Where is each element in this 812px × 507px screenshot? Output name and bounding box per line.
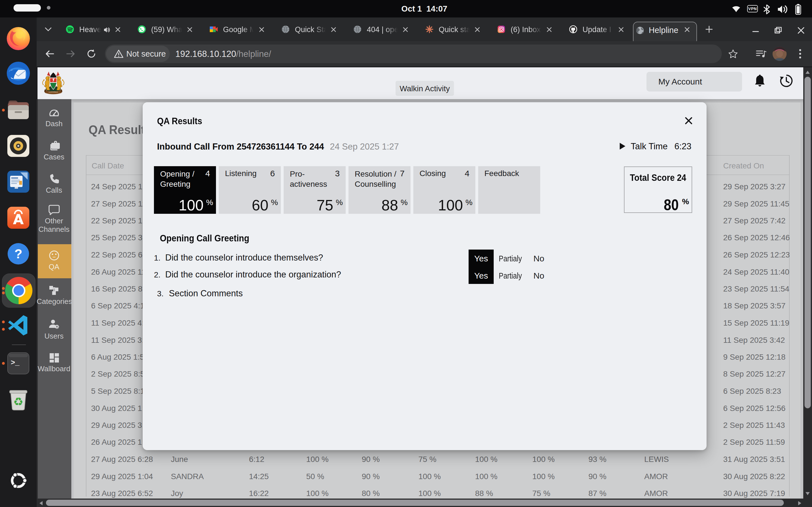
svg-text:>_: >_ [11,358,20,367]
svg-text:♻: ♻ [13,395,23,408]
svg-text:HARAMBEE: HARAMBEE [49,91,58,93]
svg-text:?: ? [14,246,22,261]
